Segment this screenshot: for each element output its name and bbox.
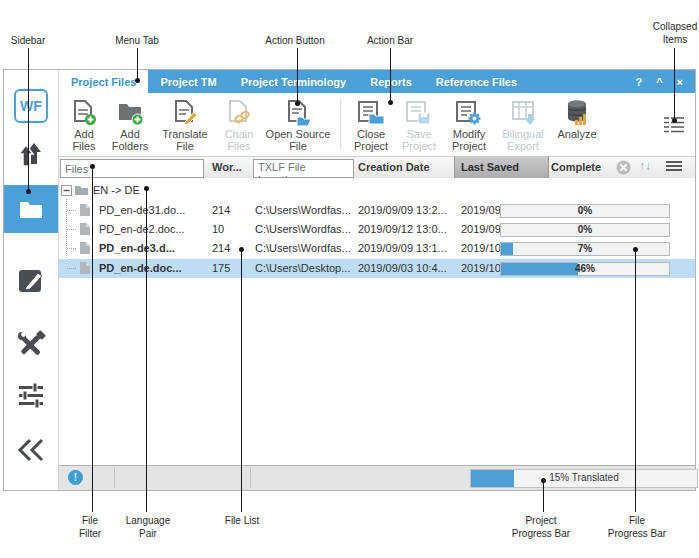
- annotation-action-bar: Action Bar: [367, 34, 413, 47]
- sidebar: WF: [4, 70, 59, 490]
- tab-project-files[interactable]: Project Files: [59, 70, 148, 93]
- collapse-chevrons-icon: [16, 438, 46, 462]
- sidebar-item-home[interactable]: WF: [4, 86, 58, 126]
- bilingual-export-button[interactable]: Bilingual Export: [495, 93, 551, 152]
- word-count: 175: [212, 262, 230, 274]
- annotation-sidebar: Sidebar: [11, 34, 45, 47]
- folder-icon: [18, 198, 44, 220]
- sidebar-item-editor[interactable]: [4, 260, 58, 300]
- creation-date: 2019/09/12 13:0...: [358, 223, 447, 235]
- file-progress-label: 0%: [501, 224, 669, 236]
- action-bar: Add Files Add Folders Translate File: [59, 93, 695, 156]
- word-count: 214: [212, 242, 230, 254]
- table-row[interactable]: PD_en-de31.do... 214 C:\Users\Wordfas...…: [59, 201, 695, 220]
- save-project-icon: [405, 97, 433, 128]
- open-source-file-button[interactable]: Open Source File: [262, 93, 334, 152]
- chain-files-icon: [226, 97, 252, 128]
- file-progress-bar: 46%: [500, 262, 670, 276]
- button-label: File: [176, 140, 194, 152]
- column-header-complete[interactable]: Complete: [551, 161, 601, 173]
- help-icon[interactable]: ?: [635, 76, 642, 88]
- double-up-arrow-icon: [13, 138, 49, 170]
- file-name: PD_en-de31.do...: [99, 204, 185, 216]
- file-location: C:\Users\Wordfas...: [255, 242, 351, 254]
- sidebar-item-upload[interactable]: [4, 134, 58, 174]
- button-label: Chain: [225, 128, 254, 140]
- minimize-icon[interactable]: ^: [656, 76, 662, 88]
- column-header-last-saved[interactable]: Last Saved: [454, 157, 549, 179]
- table-header-row: Wor... TXLF File Location Creation Date …: [59, 156, 695, 180]
- tab-project-terminology[interactable]: Project Terminology: [229, 70, 359, 93]
- file-progress-label: 7%: [501, 243, 669, 255]
- tab-reference-files[interactable]: Reference Files: [424, 70, 529, 93]
- wordfast-logo-icon: WF: [14, 89, 48, 123]
- file-progress-bar: 0%: [500, 204, 670, 218]
- info-icon[interactable]: !: [68, 470, 83, 485]
- translate-file-button[interactable]: Translate File: [154, 93, 216, 152]
- annotation-project-progress-bar: ProjectProgress Bar: [512, 514, 570, 540]
- txlf-location-filter-input[interactable]: TXLF File Location: [253, 159, 354, 178]
- tree-connector: [67, 268, 76, 269]
- tree-connector: [67, 229, 76, 230]
- button-label: Open Source: [266, 128, 331, 140]
- file-icon: [79, 222, 91, 236]
- close-icon[interactable]: ×: [677, 76, 683, 88]
- folder-icon: [74, 184, 89, 196]
- status-bar: ! 15% Translated: [59, 465, 695, 490]
- save-project-button[interactable]: Save Project: [395, 93, 443, 152]
- button-label: File: [289, 140, 307, 152]
- button-label: Folders: [112, 140, 149, 152]
- file-progress-bar: 0%: [500, 223, 670, 237]
- file-name: PD_en-de2.doc...: [99, 223, 185, 235]
- column-menu-button[interactable]: [665, 160, 683, 172]
- column-header-words[interactable]: Wor...: [212, 161, 242, 173]
- table-row[interactable]: PD_en-de2.doc... 10 C:\Users\Wordfas... …: [59, 220, 695, 239]
- button-label: Analyze: [557, 128, 596, 140]
- file-progress-label: 46%: [501, 263, 669, 275]
- annotation-file-filter: FileFilter: [79, 514, 101, 540]
- annotated-screenshot: WF: [0, 0, 699, 558]
- bilingual-export-icon: [510, 97, 537, 128]
- modify-project-button[interactable]: Modify Project: [443, 93, 495, 152]
- menu-tab-bar: Project Files Project TM Project Termino…: [59, 70, 695, 93]
- sidebar-item-preferences[interactable]: [4, 375, 58, 415]
- button-label: Files: [72, 140, 95, 152]
- button-label: Files: [227, 140, 250, 152]
- add-files-button[interactable]: Add Files: [62, 93, 106, 152]
- word-count: 214: [212, 204, 230, 216]
- table-row[interactable]: PD_en-de3.d... 214 C:\Users\Wordfas... 2…: [59, 239, 695, 258]
- clear-filter-icon: [616, 160, 631, 175]
- sliders-icon: [15, 381, 47, 409]
- clear-filter-button[interactable]: [616, 160, 631, 175]
- tab-project-tm[interactable]: Project TM: [148, 70, 228, 93]
- analyze-button[interactable]: Analyze: [551, 93, 603, 140]
- file-progress-bar: 7%: [500, 242, 670, 256]
- collapsed-items-button[interactable]: [663, 116, 685, 137]
- file-name: PD_en-de.doc...: [99, 262, 182, 274]
- add-folders-button[interactable]: Add Folders: [106, 93, 154, 152]
- status-divider: [250, 468, 251, 488]
- annotation-file-progress-bar: FileProgress Bar: [608, 514, 666, 540]
- table-row-selected[interactable]: PD_en-de.doc... 175 C:\Users\Desktop... …: [59, 259, 695, 278]
- language-pair-row[interactable]: EN -> DE: [59, 181, 695, 199]
- chain-files-button[interactable]: Chain Files: [216, 93, 262, 152]
- main-content: Project Files Project TM Project Termino…: [59, 70, 695, 490]
- sort-button[interactable]: ↑↓: [639, 159, 651, 173]
- annotation-menu-tab: Menu Tab: [115, 34, 159, 47]
- button-label: Modify: [453, 128, 485, 140]
- modify-project-icon: [455, 97, 483, 128]
- button-label: Project: [452, 140, 486, 152]
- sidebar-collapse-button[interactable]: [4, 432, 58, 468]
- language-pair-label: EN -> DE: [93, 184, 140, 196]
- file-filter-input[interactable]: [60, 159, 204, 178]
- tree-collapse-icon[interactable]: [61, 185, 72, 196]
- project-progress-bar: 15% Translated: [470, 469, 698, 488]
- sidebar-item-project-files[interactable]: [4, 185, 58, 233]
- sidebar-item-tools[interactable]: [4, 325, 58, 365]
- column-header-creation-date[interactable]: Creation Date: [358, 161, 430, 173]
- button-label: Translate: [162, 128, 207, 140]
- creation-date: 2019/09/09 13:2...: [358, 204, 447, 216]
- button-label: Project: [402, 140, 436, 152]
- tab-reports[interactable]: Reports: [358, 70, 424, 93]
- close-project-button[interactable]: Close Project: [347, 93, 395, 152]
